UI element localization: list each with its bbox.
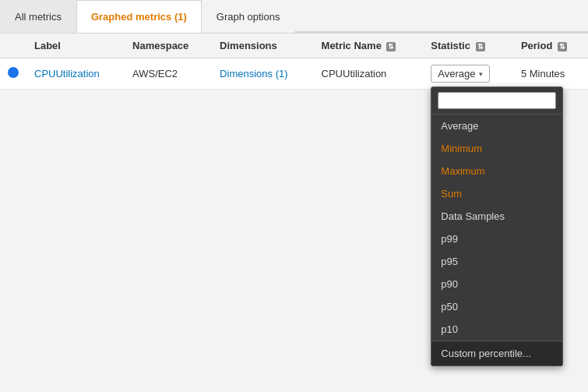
row-period-cell: 5 Minutes <box>513 58 588 90</box>
tabs-bar: All metrics Graphed metrics (1) Graph op… <box>0 0 588 33</box>
dropdown-item-p90[interactable]: p90 <box>431 273 562 295</box>
metrics-table-area: Label Namespace Dimensions Metric Name ⇅… <box>0 33 588 90</box>
dropdown-search-area <box>431 87 562 115</box>
row-statistic-cell: Average ▾ Average Minimum <box>423 58 513 90</box>
table-row: CPUUtilization AWS/EC2 Dimensions (1) CP… <box>0 58 588 90</box>
col-label: Label <box>26 34 125 58</box>
row-dot-cell <box>0 58 26 90</box>
col-indicator <box>0 34 26 58</box>
row-metric-name-cell: CPUUtilization <box>314 58 424 90</box>
statistic-dropdown-wrapper: Average ▾ Average Minimum <box>431 65 489 83</box>
tab-graph-options[interactable]: Graph options <box>202 0 295 33</box>
row-namespace-cell: AWS/EC2 <box>125 58 212 90</box>
chevron-down-icon: ▾ <box>479 70 483 78</box>
dropdown-item-minimum[interactable]: Minimum <box>431 137 562 160</box>
tab-all-metrics[interactable]: All metrics <box>0 0 76 33</box>
col-dimensions: Dimensions <box>212 34 313 58</box>
dropdown-item-average[interactable]: Average <box>431 115 562 137</box>
table-header-row: Label Namespace Dimensions Metric Name ⇅… <box>0 34 588 58</box>
dropdown-item-p99[interactable]: p99 <box>431 228 562 250</box>
col-metric-name[interactable]: Metric Name ⇅ <box>314 34 424 58</box>
metric-name-sort-icon: ⇅ <box>386 42 396 51</box>
row-label-cell: CPUUtilization <box>26 58 125 90</box>
row-color-dot <box>8 67 19 78</box>
dropdown-item-custom-percentile[interactable]: Custom percentile... <box>431 341 562 366</box>
statistic-dropdown-menu: Average Minimum Maximum Sum <box>431 87 563 366</box>
period-sort-icon: ⇅ <box>558 42 567 51</box>
row-dimensions-link[interactable]: Dimensions (1) <box>220 68 287 79</box>
row-label-link[interactable]: CPUUtilization <box>34 68 100 79</box>
dropdown-item-p95[interactable]: p95 <box>431 250 562 273</box>
dropdown-item-data-samples[interactable]: Data Samples <box>431 205 562 228</box>
statistic-sort-icon: ⇅ <box>476 42 485 51</box>
tab-all-metrics-label: All metrics <box>15 11 62 23</box>
col-statistic[interactable]: Statistic ⇅ <box>423 34 513 58</box>
dropdown-search-input[interactable] <box>438 92 556 109</box>
col-period[interactable]: Period ⇅ <box>513 34 588 58</box>
dropdown-item-sum[interactable]: Sum <box>431 182 562 205</box>
dropdown-item-p10[interactable]: p10 <box>431 318 562 341</box>
row-dimensions-cell: Dimensions (1) <box>212 58 313 90</box>
metrics-table: Label Namespace Dimensions Metric Name ⇅… <box>0 33 588 90</box>
col-namespace: Namespace <box>125 34 212 58</box>
tab-graph-options-label: Graph options <box>217 11 280 23</box>
dropdown-item-p50[interactable]: p50 <box>431 295 562 318</box>
tab-graphed-metrics-label: Graphed metrics (1) <box>91 11 187 23</box>
statistic-dropdown-button[interactable]: Average ▾ <box>431 65 489 83</box>
tab-graphed-metrics[interactable]: Graphed metrics (1) <box>76 0 202 33</box>
dropdown-item-maximum[interactable]: Maximum <box>431 160 562 182</box>
